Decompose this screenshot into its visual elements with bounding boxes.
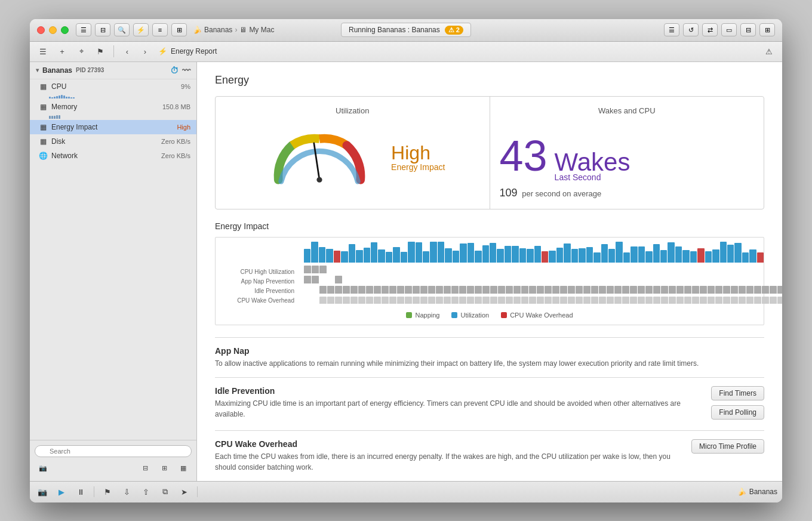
cat4-bar-2 bbox=[319, 297, 327, 303]
bar-top-45 bbox=[638, 246, 645, 262]
split-pane-button[interactable]: ⊟ bbox=[740, 23, 756, 36]
nav-button[interactable]: ⇄ bbox=[702, 23, 718, 36]
wakes-panel: Wakes and CPU 43 Wakes Last Second 109 p… bbox=[490, 97, 764, 209]
content-title: Energy bbox=[215, 74, 764, 87]
sidebar-item-energy[interactable]: ▦ Energy Impact High bbox=[30, 120, 196, 134]
sidebar-toggle-toolbar[interactable]: ☰ bbox=[35, 44, 51, 59]
cat4-bar-35 bbox=[576, 297, 583, 303]
bar-top-27 bbox=[505, 246, 511, 262]
grid-btn1[interactable]: ⊟ bbox=[137, 461, 153, 476]
energy-icon: ▦ bbox=[38, 122, 48, 132]
sidebar-toggle-button[interactable]: ☰ bbox=[76, 23, 91, 36]
cat4-bar-3 bbox=[327, 297, 334, 303]
cat3-bar-38 bbox=[599, 286, 606, 294]
flag-button[interactable]: ⚑ bbox=[92, 44, 109, 59]
sidebar-collapse-arrow[interactable]: ▾ bbox=[36, 67, 39, 73]
bar-top-8 bbox=[364, 248, 370, 262]
breadcrumb-app: Bananas bbox=[204, 26, 232, 34]
cat4-bar-47 bbox=[669, 297, 676, 303]
cat3-bar-54 bbox=[723, 286, 730, 294]
close-button[interactable] bbox=[37, 26, 45, 34]
sidebar-item-memory[interactable]: ▦ Memory 150.8 MB bbox=[30, 100, 196, 120]
bottom-sep-1 bbox=[94, 486, 94, 497]
cat4-bar-44 bbox=[645, 297, 653, 303]
cat3-bar-53 bbox=[715, 286, 722, 294]
grid-btn2[interactable]: ⊞ bbox=[156, 461, 173, 476]
cat3-bar-18 bbox=[444, 286, 451, 294]
cat4-bar-33 bbox=[560, 297, 567, 303]
cat4-bar-48 bbox=[676, 297, 684, 303]
pause-btn[interactable]: ⏸ bbox=[73, 485, 88, 498]
app-nap-heading: App Nap bbox=[215, 346, 764, 356]
cycle-button[interactable]: ↺ bbox=[683, 23, 699, 36]
bar-top-11 bbox=[386, 252, 392, 262]
cat3-bar-23 bbox=[482, 286, 490, 294]
cat4-bar-12 bbox=[397, 297, 404, 303]
cat3-bar-33 bbox=[560, 286, 567, 294]
cat4-bar-27 bbox=[513, 297, 521, 303]
wakes-number: 43 bbox=[500, 134, 548, 177]
bar-top-1 bbox=[311, 242, 318, 263]
send-btn[interactable]: ➤ bbox=[176, 485, 192, 498]
bar-top-10 bbox=[378, 249, 385, 262]
filter-button[interactable]: ⚡ bbox=[133, 23, 149, 36]
cat3-bar-25 bbox=[498, 286, 505, 294]
wakes-avg: 109 per second on average bbox=[500, 187, 602, 199]
multi-pane-button[interactable]: ⊞ bbox=[759, 23, 775, 36]
list-button[interactable]: ☰ bbox=[664, 23, 679, 36]
cat4-bar-32 bbox=[552, 297, 559, 303]
sidebar-disk-label: Disk bbox=[51, 137, 161, 146]
minimize-button[interactable] bbox=[49, 26, 57, 34]
wakes-label: Wakes bbox=[555, 150, 630, 175]
network-icon: 🌐 bbox=[38, 151, 48, 161]
bar-top-56 bbox=[720, 242, 727, 262]
copy-btn[interactable]: ⧉ bbox=[157, 485, 173, 498]
sidebar-item-network[interactable]: 🌐 Network Zero KB/s bbox=[30, 149, 196, 163]
micro-time-profile-button[interactable]: Micro Time Profile bbox=[691, 439, 764, 454]
single-pane-button[interactable]: ▭ bbox=[721, 23, 737, 36]
titlebar-controls: ☰ ⊟ 🔍 ⚡ ≡ ⊞ bbox=[76, 23, 187, 36]
flag-btn[interactable]: ⚑ bbox=[100, 485, 115, 498]
find-polling-button[interactable]: Find Polling bbox=[711, 405, 764, 420]
grid-view-button[interactable]: ⊞ bbox=[171, 23, 187, 36]
row-label-1: CPU High Utilization bbox=[240, 269, 299, 275]
bar-top-52 bbox=[690, 251, 697, 263]
tag-button[interactable]: ⌖ bbox=[73, 44, 90, 59]
add-button[interactable]: + bbox=[54, 44, 70, 59]
dl-btn1[interactable]: ⇩ bbox=[119, 485, 134, 498]
list-view-button[interactable]: ≡ bbox=[152, 23, 168, 36]
grid-btn3[interactable]: ▦ bbox=[175, 461, 192, 476]
chart-row-labels: CPU High Utilization App Nap Prevention … bbox=[216, 264, 304, 307]
cat3-bar-35 bbox=[576, 286, 583, 294]
sidebar-item-disk[interactable]: ▦ Disk Zero KB/s bbox=[30, 134, 196, 149]
cat4-bar-54 bbox=[723, 297, 730, 303]
screenshot-button[interactable]: 📷 bbox=[35, 461, 51, 476]
cpu-wake-text: CPU Wake Overhead Each time the CPU wake… bbox=[215, 439, 682, 473]
top-section: Utilization bbox=[215, 96, 764, 209]
find-timers-button[interactable]: Find Timers bbox=[711, 386, 764, 400]
utilization-panel: Utilization bbox=[216, 97, 490, 209]
bar-top-18 bbox=[438, 242, 444, 263]
path-label: Energy Report bbox=[171, 47, 217, 56]
search-input[interactable] bbox=[35, 445, 192, 457]
back-button[interactable]: ‹ bbox=[119, 44, 136, 59]
cat4-bar-7 bbox=[358, 297, 365, 303]
search-toolbar-button[interactable]: 🔍 bbox=[114, 23, 130, 36]
play-btn[interactable]: ▶ bbox=[54, 485, 69, 498]
sidebar-item-cpu[interactable]: ▦ CPU 9% bbox=[30, 79, 196, 100]
cat3-bar-21 bbox=[467, 286, 474, 294]
toolbar-toggle-button[interactable]: ⊟ bbox=[95, 23, 110, 36]
sidebar-items: ▦ CPU 9% bbox=[30, 79, 196, 440]
screenshot-btn[interactable]: 📷 bbox=[35, 485, 50, 498]
sidebar-energy-value: High bbox=[177, 124, 190, 131]
bar-top-5 bbox=[341, 251, 347, 262]
cat4-bar-52 bbox=[708, 297, 715, 303]
forward-button[interactable]: › bbox=[137, 44, 153, 59]
warning-toolbar-btn[interactable]: ⚠ bbox=[761, 44, 777, 59]
cat4-bar-45 bbox=[653, 297, 660, 303]
maximize-button[interactable] bbox=[61, 26, 69, 34]
cat3-bar-48 bbox=[676, 286, 684, 294]
breadcrumb: 🍌 Bananas › 🖥 My Mac bbox=[193, 26, 274, 34]
dl-btn2[interactable]: ⇧ bbox=[138, 485, 153, 498]
cat3-bar-60 bbox=[770, 286, 777, 294]
